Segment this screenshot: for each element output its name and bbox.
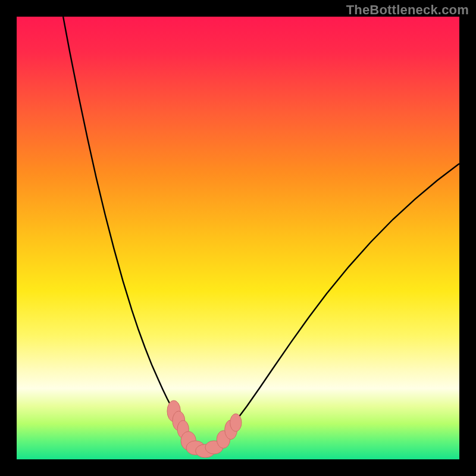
outer-frame: TheBottleneck.com: [0, 0, 476, 476]
gradient-background: [17, 17, 459, 459]
marker-9: [230, 414, 242, 431]
bottleneck-chart: [17, 17, 459, 459]
plot-area: [17, 17, 459, 459]
watermark-text: TheBottleneck.com: [346, 2, 469, 18]
